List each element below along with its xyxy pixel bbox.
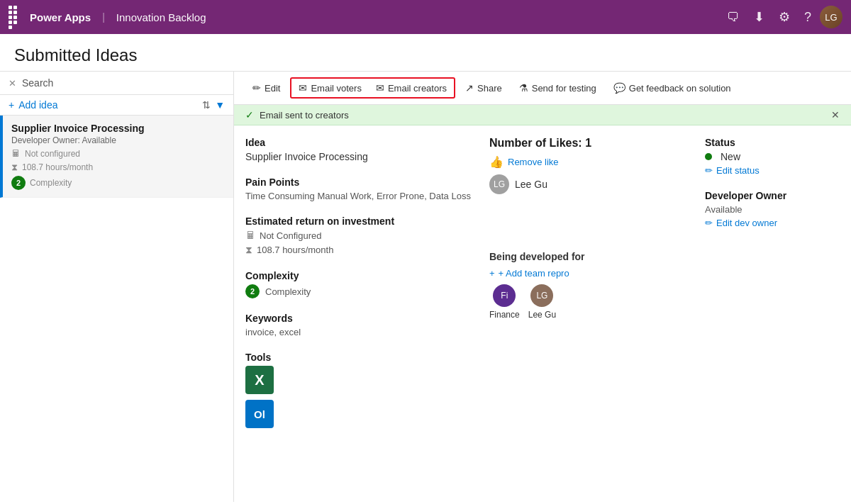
powerapps-label: Power Apps	[30, 11, 91, 23]
roi-hours: 108.7 hours/month	[257, 245, 333, 255]
sidebar-item-not-configured-row: 🖩 Not configured	[11, 148, 225, 159]
page-title: Submitted Ideas	[0, 34, 851, 72]
sidebar-item-hours: 108.7 hours/month	[22, 162, 93, 172]
email-creators-icon: ✉	[376, 82, 384, 94]
edit-status-button[interactable]: ✏ Edit status	[705, 165, 851, 176]
notification-check-icon: ✓	[245, 109, 254, 121]
share-label: Share	[477, 83, 502, 94]
excel-tool-icon: X	[245, 366, 274, 394]
add-team-icon: +	[489, 268, 495, 279]
sidebar-item-title: Supplier Invoice Processing	[11, 123, 225, 134]
idea-value: Supplier Invoice Processing	[245, 151, 472, 162]
edit-icon: ✏	[252, 82, 261, 94]
search-label: Search	[22, 77, 225, 89]
remove-like-button[interactable]: 👍 Remove like	[489, 155, 688, 169]
tools-section: Tools X Ol	[245, 352, 472, 431]
add-team-button[interactable]: + + Add team repro	[489, 268, 688, 279]
tools-label: Tools	[245, 352, 472, 363]
email-voters-button[interactable]: ✉ Email voters	[291, 79, 369, 97]
complexity-section: Complexity 2 Complexity	[245, 270, 472, 298]
being-developed-section: Being developed for + + Add team repro F…	[489, 251, 688, 320]
developer-owner-label: Developer Owner	[705, 190, 851, 201]
filter-icon[interactable]: ▼	[215, 99, 225, 111]
sidebar: ✕ Search + Add idea ⇅ ▼ Supplier Invoice…	[0, 72, 234, 502]
edit-dev-owner-label: Edit dev owner	[716, 218, 777, 228]
sidebar-item-not-configured: Not configured	[25, 149, 80, 159]
sidebar-item-supplier-invoice[interactable]: Supplier Invoice Processing Developer Ow…	[0, 116, 233, 198]
feedback-icon[interactable]: 🗨	[727, 10, 740, 25]
sort-icon[interactable]: ⇅	[202, 99, 211, 111]
search-toolbar: ✕ Search	[0, 72, 233, 95]
roi-not-configured-row: 🖩 Not Configured	[245, 230, 472, 241]
add-idea-icon: +	[9, 99, 14, 111]
voter-avatar: LG	[489, 174, 509, 194]
status-section: Status New ✏ Edit status	[705, 137, 851, 176]
add-idea-button[interactable]: Add idea	[18, 99, 198, 111]
email-buttons-group: ✉ Email voters ✉ Email creators	[290, 77, 455, 99]
idea-label: Idea	[245, 137, 472, 148]
roi-label: Estimated return on investment	[245, 215, 472, 227]
search-close-icon[interactable]: ✕	[9, 78, 16, 89]
team-finance-item: Fi Finance	[489, 284, 520, 320]
roi-not-configured-icon: 🖩	[245, 230, 255, 241]
pain-points-section: Pain Points Time Consuming Manual Work, …	[245, 177, 472, 201]
being-developed-label: Being developed for	[489, 251, 688, 262]
edit-dev-owner-button[interactable]: ✏ Edit dev owner	[705, 218, 851, 228]
roi-not-configured: Not Configured	[260, 230, 321, 241]
person-team-name: Lee Gu	[528, 310, 556, 320]
help-icon[interactable]: ?	[804, 10, 811, 25]
keywords-section: Keywords invoice, excel	[245, 313, 472, 337]
send-testing-button[interactable]: ⚗ Send for testing	[512, 79, 604, 97]
status-label: Status	[705, 137, 851, 148]
main-layout: ✕ Search + Add idea ⇅ ▼ Supplier Invoice…	[0, 72, 851, 502]
email-voters-icon: ✉	[299, 82, 307, 94]
team-row: Fi Finance LG Lee Gu	[489, 284, 688, 320]
sidebar-item-hours-row: ⧗ 108.7 hours/month	[11, 162, 225, 173]
title-separator: |	[102, 11, 105, 23]
finance-avatar-initials: Fi	[501, 291, 508, 301]
edit-button[interactable]: ✏ Edit	[245, 79, 287, 97]
get-feedback-label: Get feedback on solution	[629, 83, 731, 94]
edit-status-label: Edit status	[716, 165, 760, 176]
person-avatar-initials: LG	[536, 291, 547, 301]
sidebar-item-complexity-row: 2 Complexity	[11, 176, 225, 190]
notification-bar: ✓ Email sent to creators ✕	[234, 105, 851, 125]
app-grid-icon[interactable]	[9, 6, 21, 29]
share-icon: ↗	[465, 82, 474, 94]
keywords-value: invoice, excel	[245, 327, 472, 337]
voter-avatar-initials: LG	[494, 179, 505, 189]
share-button[interactable]: ↗ Share	[458, 79, 509, 97]
outlook-tool-icon: Ol	[245, 400, 274, 428]
get-feedback-button[interactable]: 💬 Get feedback on solution	[606, 79, 738, 97]
thumbsup-icon: 👍	[489, 155, 504, 169]
send-testing-label: Send for testing	[532, 83, 596, 94]
notification-text: Email sent to creators	[260, 110, 825, 121]
team-person-item: LG Lee Gu	[528, 284, 556, 320]
email-voters-label: Email voters	[311, 83, 362, 94]
sidebar-item-complexity: Complexity	[30, 178, 72, 188]
topbar: Power Apps | Innovation Backlog 🗨 ⬇ ⚙ ? …	[0, 0, 851, 34]
detail-right-col: Status New ✏ Edit status Developer Owner…	[705, 137, 851, 491]
complexity-badge: 2	[11, 176, 26, 190]
edit-dev-owner-icon: ✏	[705, 218, 713, 228]
complexity-value: Complexity	[265, 286, 311, 297]
action-toolbar: ✏ Edit ✉ Email voters ✉ Email creators ↗…	[234, 72, 851, 105]
user-avatar[interactable]: LG	[820, 6, 842, 28]
remove-like-label: Remove like	[508, 157, 559, 167]
email-creators-label: Email creators	[388, 83, 447, 94]
finance-avatar: Fi	[493, 284, 516, 307]
download-icon[interactable]: ⬇	[754, 9, 764, 25]
complexity-row: 2 Complexity	[245, 284, 472, 298]
email-creators-button[interactable]: ✉ Email creators	[369, 79, 454, 97]
settings-icon[interactable]: ⚙	[779, 9, 790, 25]
feedback-btn-icon: 💬	[613, 82, 625, 94]
flask-icon: ⚗	[519, 82, 528, 94]
person-avatar: LG	[530, 284, 553, 307]
detail-mid-col: Number of Likes: 1 👍 Remove like LG Lee …	[489, 137, 688, 491]
status-value: New	[721, 151, 740, 162]
roi-hours-row: ⧗ 108.7 hours/month	[245, 244, 472, 256]
idea-section: Idea Supplier Invoice Processing	[245, 137, 472, 162]
outlook-symbol: Ol	[254, 408, 265, 420]
status-value-row: New	[705, 151, 851, 162]
notification-close-button[interactable]: ✕	[831, 109, 840, 121]
